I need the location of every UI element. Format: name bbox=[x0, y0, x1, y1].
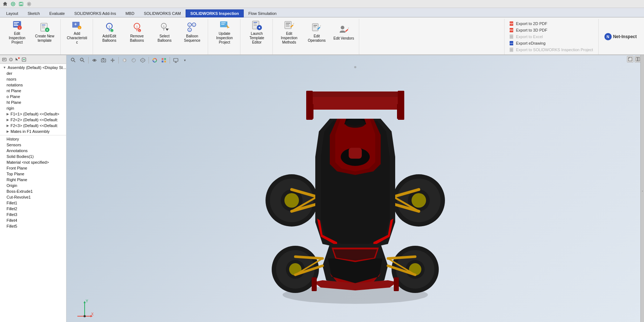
svg-rect-91 bbox=[164, 58, 166, 60]
sidebar-item-nt-plane[interactable]: nt Plane bbox=[0, 88, 66, 94]
sidebar-item-fillet3[interactable]: Fillet3 bbox=[0, 212, 66, 217]
sidebar-item-fillet1[interactable]: Fillet1 bbox=[0, 200, 66, 206]
sidebar-item-nsors[interactable]: nsors bbox=[0, 76, 66, 82]
sidebar-icon-1[interactable] bbox=[1, 57, 7, 62]
sidebar-item-right-plane[interactable]: Right Plane bbox=[0, 177, 66, 183]
sidebar-item-f2-3[interactable]: ▶ F2<3> (Default) <<Default: bbox=[0, 123, 66, 129]
edit-inspection-project-button[interactable]: ! Edit Inspection Project bbox=[4, 19, 31, 45]
pan-btn[interactable] bbox=[109, 56, 117, 64]
shade-btn[interactable] bbox=[121, 56, 129, 64]
sidebar-item-o-plane[interactable]: o Plane bbox=[0, 94, 66, 99]
svg-rect-73 bbox=[18, 57, 20, 59]
export-2d-pdf-button[interactable]: PDF Export to 2D PDF bbox=[507, 20, 595, 27]
sidebar-icon-2[interactable] bbox=[8, 57, 14, 62]
tab-sketch[interactable]: Sketch bbox=[23, 9, 45, 17]
sidebar-item-fillet5[interactable]: Fillet5 bbox=[0, 223, 66, 229]
sidebar-item-cut-revolve1[interactable]: Cut-Revolve1 bbox=[0, 194, 66, 200]
export-edrawing-button[interactable]: eDWG Export eDrawing bbox=[507, 40, 595, 46]
bookmark-icon[interactable] bbox=[10, 1, 16, 7]
svg-point-128 bbox=[345, 119, 365, 128]
sidebar-icon-3[interactable] bbox=[15, 57, 20, 62]
add-characteristic-button[interactable]: + C Add Characteristic bbox=[64, 19, 90, 45]
orbit-btn[interactable] bbox=[90, 56, 98, 64]
sidebar-item-assembly[interactable]: ▼ Assembly (Default) <Display St... bbox=[0, 65, 66, 70]
viewport[interactable]: + bbox=[66, 55, 644, 322]
update-inspection-project-button[interactable]: Update Inspection Project bbox=[211, 19, 238, 45]
tab-sw-addins[interactable]: SOLIDWORKS Add-Ins bbox=[69, 9, 121, 17]
sidebar-item-mates[interactable]: ▶ Mates in F1 Assembly bbox=[0, 129, 66, 134]
light-btn[interactable] bbox=[130, 56, 138, 64]
sidebar-item-history[interactable]: History bbox=[0, 136, 66, 142]
tree-arrow: ▶ bbox=[7, 112, 9, 116]
edit-vendors-button[interactable]: Edit Vendors bbox=[331, 19, 357, 45]
net-inspect-brand[interactable]: N Net-Inspect bbox=[602, 33, 640, 40]
svg-point-135 bbox=[84, 315, 86, 317]
sidebar-item-label: ht Plane bbox=[7, 100, 21, 105]
ribbon-group-inspection: ! Edit Inspection Project + bbox=[1, 19, 61, 54]
svg-rect-42 bbox=[221, 23, 226, 23]
sidebar-item-f1[interactable]: ▶ F1<1> (Default) <<Default> bbox=[0, 111, 66, 117]
export-section: PDF Export to 2D PDF PDF Export to 3D PD… bbox=[504, 19, 598, 54]
svg-rect-92 bbox=[162, 61, 163, 62]
zoom-search-btn[interactable] bbox=[69, 56, 77, 64]
svg-rect-83 bbox=[101, 59, 106, 62]
sidebar-item-label: Fillet4 bbox=[7, 218, 17, 223]
camera-btn[interactable] bbox=[100, 56, 108, 64]
balloon-sequence-button[interactable]: 1 2 3 Balloon Sequence bbox=[179, 19, 206, 45]
remove-balloons-button[interactable]: 1 × Remove Balloons bbox=[123, 19, 150, 45]
wireframe-btn[interactable] bbox=[139, 56, 147, 64]
vp-sep-4 bbox=[170, 57, 170, 64]
tab-flow-sim[interactable]: Flow Simulation bbox=[244, 9, 282, 17]
sidebar-item-ht-plane[interactable]: ht Plane bbox=[0, 99, 66, 105]
sidebar-item-solid-bodies[interactable]: Solid Bodies(1) bbox=[0, 154, 66, 159]
tab-sw-cam[interactable]: SOLIDWORKS CAM bbox=[139, 9, 186, 17]
sidebar-item-material[interactable]: Material <not specified> bbox=[0, 159, 66, 165]
tab-mbd[interactable]: MBD bbox=[121, 9, 139, 17]
display-settings-arrow[interactable]: ▼ bbox=[181, 56, 189, 64]
export-3d-pdf-button[interactable]: PDF Export to 3D PDF bbox=[507, 27, 595, 33]
tab-layout[interactable]: Layout bbox=[1, 9, 23, 17]
sidebar-item-boss-extrude1[interactable]: Boss-Extrude1 bbox=[0, 188, 66, 194]
launch-template-editor-button[interactable]: Launch Template Editor bbox=[243, 19, 270, 45]
create-new-template-button[interactable]: + Create New template bbox=[31, 19, 58, 45]
edit-operations-button[interactable]: Edit Operations bbox=[303, 19, 330, 45]
save-icon[interactable] bbox=[18, 1, 24, 7]
export-excel-button[interactable]: XLS Export to Excel bbox=[507, 33, 595, 40]
tab-evaluate[interactable]: Evaluate bbox=[45, 9, 70, 17]
svg-text:1: 1 bbox=[136, 25, 138, 28]
sidebar-item-annotations[interactable]: Annotations bbox=[0, 148, 66, 154]
select-balloons-button[interactable]: 1 Select Balloons bbox=[151, 19, 178, 45]
edit-inspection-methods-button[interactable]: Edit Inspection Methods bbox=[276, 19, 303, 45]
export-sw-inspection-project-button[interactable]: SW Export to SOLIDWORKS Inspection Proje… bbox=[507, 46, 595, 53]
zoom-fit-btn[interactable]: + bbox=[78, 56, 86, 64]
sidebar-item-der[interactable]: der bbox=[0, 70, 66, 76]
sidebar-item-front-plane[interactable]: Front Plane bbox=[0, 165, 66, 171]
svg-rect-4 bbox=[20, 2, 22, 3]
svg-point-109 bbox=[284, 193, 299, 208]
sidebar-item-sensors[interactable]: Sensors bbox=[0, 142, 66, 148]
color-scheme-btn[interactable] bbox=[151, 56, 159, 64]
right-panel-collapse[interactable]: ‹ bbox=[640, 55, 644, 322]
display-settings-btn[interactable] bbox=[172, 56, 180, 64]
texture-btn[interactable] bbox=[160, 56, 168, 64]
sidebar-item-top-plane[interactable]: Top Plane bbox=[0, 171, 66, 177]
sidebar-icon-4[interactable] bbox=[21, 57, 27, 62]
settings-icon[interactable] bbox=[26, 1, 32, 7]
f1-car-3d bbox=[250, 84, 461, 309]
sidebar-item-notations[interactable]: notations bbox=[0, 82, 66, 88]
svg-text:PDF: PDF bbox=[510, 29, 513, 31]
viewport-expand-btn[interactable] bbox=[627, 56, 633, 62]
sidebar-item-rigin[interactable]: rigin bbox=[0, 105, 66, 111]
sidebar-item-label: nsors bbox=[7, 77, 16, 81]
sidebar-item-fillet4[interactable]: Fillet4 bbox=[0, 217, 66, 223]
sidebar-item-origin[interactable]: Origin bbox=[0, 183, 66, 188]
add-edit-balloons-button[interactable]: 1 + Add/Edit Balloons bbox=[96, 19, 123, 45]
sidebar-item-f2-2[interactable]: ▶ F2<2> (Default) <<Default: bbox=[0, 117, 66, 123]
toolbar-top-strip bbox=[0, 0, 644, 8]
svg-rect-13 bbox=[42, 25, 45, 25]
home-icon[interactable] bbox=[2, 1, 8, 7]
svg-point-77 bbox=[71, 58, 74, 61]
tab-sw-inspection[interactable]: SOLIDWORKS Inspection bbox=[186, 9, 244, 17]
ribbon-group-launch: Launch Template Editor bbox=[241, 19, 273, 54]
sidebar-item-fillet2[interactable]: Fillet2 bbox=[0, 206, 66, 212]
